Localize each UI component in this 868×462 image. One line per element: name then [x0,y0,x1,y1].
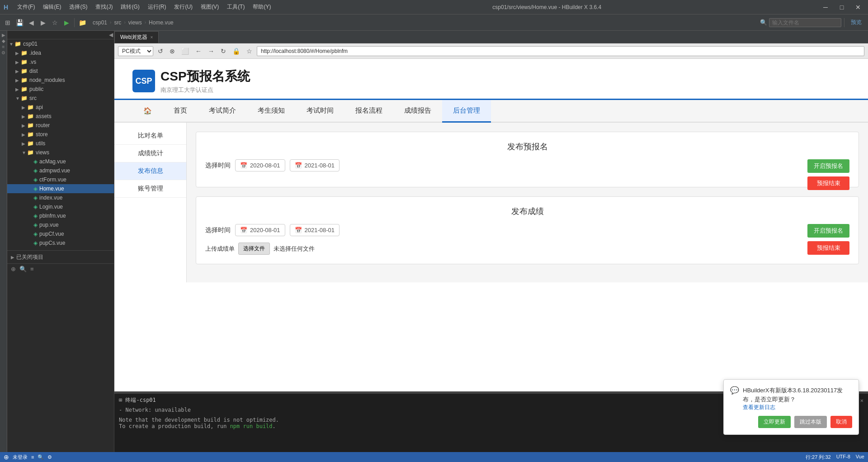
browser-rotate-btn[interactable]: ↺ [156,47,165,56]
sidebar-item-publish[interactable]: 发布信息 [114,162,186,180]
tree-acmag[interactable]: ◈ acMag.vue [7,157,114,166]
login-status[interactable]: 未登录 [13,454,28,461]
nav-home[interactable]: 首页 [163,100,198,123]
left-icon-4[interactable]: ⚙ [1,50,5,55]
closed-projects-section: ▶ 已关闭项目 [7,250,114,263]
preview-button[interactable]: 预览 [847,18,865,27]
browser-refresh-btn[interactable]: ↻ [219,47,228,56]
left-icon-2[interactable]: ◆ [2,38,5,43]
tree-admpwd[interactable]: ◈ admpwd.vue [7,166,114,175]
toolbar-folder[interactable]: 📁 [77,18,87,28]
tab-close-icon[interactable]: × [150,35,153,40]
tree-pupcs[interactable]: ◈ pupCs.vue [7,238,114,248]
tree-pupcf[interactable]: ◈ pupCf.vue [7,229,114,238]
sidebar-bottom-icon3[interactable]: ≡ [30,266,34,272]
sidebar-toggle[interactable]: ◀ [109,32,113,38]
browser-stop-btn[interactable]: ⊗ [168,47,177,56]
end-date-input-1[interactable]: 📅 2021-08-01 [290,159,340,171]
browser-frame-btn[interactable]: ⬜ [179,47,191,56]
tree-ctform[interactable]: ◈ ctForm.vue [7,175,114,184]
left-icon-3[interactable]: ≡ [2,44,5,49]
terminal-close-icon[interactable]: ✕ [860,397,863,404]
nav-exam-time[interactable]: 考试时间 [296,100,344,123]
breadcrumb-src[interactable]: src [114,19,121,26]
nav-admin[interactable]: 后台管理 [442,100,491,123]
menu-tools[interactable]: 工具(T) [223,2,248,12]
notif-changelog-link[interactable]: 查看更新日志 [743,404,775,410]
browser-forward-btn[interactable]: → [206,47,216,56]
menu-view[interactable]: 视图(V) [197,2,222,12]
nav-home-icon[interactable]: 🏠 [132,100,163,123]
minimize-button[interactable]: ─ [819,3,832,12]
close-button[interactable]: ✕ [852,3,864,12]
open-registration-button[interactable]: 开启预报名 [807,159,849,173]
menu-select[interactable]: 选择(S) [66,2,91,12]
menu-publish[interactable]: 发行(U) [170,2,196,12]
tree-node-modules[interactable]: ▶ 📁 node_modules [7,76,114,85]
toolbar-run[interactable]: ▶ [61,18,71,28]
breadcrumb-csp01[interactable]: csp01 [93,19,107,26]
tree-idea[interactable]: ▶ 📁 .idea [7,48,114,57]
sidebar-bottom-icon1[interactable]: ⊕ [11,266,16,272]
nav-registration[interactable]: 报名流程 [344,100,393,123]
close-scores-button[interactable]: 预报结束 [807,241,849,255]
tree-index[interactable]: ◈ index.vue [7,193,114,202]
tree-login[interactable]: ◈ Login.vue [7,202,114,211]
breadcrumb-file[interactable]: Home.vue [149,19,174,26]
open-scores-button[interactable]: 开启预报名 [807,224,849,238]
tree-pblnfm[interactable]: ◈ pblnfm.vue [7,211,114,220]
nav-exam-intro[interactable]: 考试简介 [198,100,247,123]
choose-file-button[interactable]: 选择文件 [238,243,270,255]
tree-home[interactable]: ◈ Home.vue [7,184,114,193]
tree-views[interactable]: ▼ 📁 views [7,148,114,157]
tree-utils[interactable]: ▶ 📁 utils [7,139,114,148]
tree-csp01[interactable]: ▼ 📁 csp01 [7,39,114,48]
breadcrumb-views[interactable]: views [128,19,142,26]
start-date-input-2[interactable]: 📅 2020-08-01 [235,224,285,236]
end-date-input-2[interactable]: 📅 2021-08-01 [290,224,340,236]
skip-version-button[interactable]: 跳过本版 [794,416,827,428]
toolbar-forward[interactable]: ▶ [38,18,48,28]
menu-run[interactable]: 运行(R) [144,2,170,12]
csp-sidebar: 比对名单 成绩统计 发布信息 账号管理 [114,123,187,282]
left-icon-1[interactable]: ▶ [2,33,5,38]
close-registration-button[interactable]: 预报结束 [807,176,849,190]
toolbar-back[interactable]: ◀ [26,18,36,28]
menu-find[interactable]: 查找(J) [92,2,116,12]
notif-chat-icon: 💬 [730,386,739,395]
nav-exam-notice[interactable]: 考生须知 [247,100,296,123]
tree-vs[interactable]: ▶ 📁 .vs [7,57,114,67]
tree-public[interactable]: ▶ 📁 public [7,85,114,94]
menu-jump[interactable]: 跳转(G) [117,2,143,12]
browser-back-btn[interactable]: ← [193,47,203,56]
toolbar-bookmark[interactable]: ☆ [50,18,60,28]
start-date-input-1[interactable]: 📅 2020-08-01 [235,159,285,171]
tree-assets[interactable]: ▶ 📁 assets [7,112,114,121]
toolbar-save[interactable]: 💾 [14,18,24,28]
browser-address-bar[interactable] [257,46,864,56]
nav-results[interactable]: 成绩报告 [393,100,442,123]
maximize-button[interactable]: □ [835,3,848,12]
tree-router[interactable]: ▶ 📁 router [7,121,114,130]
toolbar-icon-1[interactable]: ⊞ [3,18,13,28]
tree-dist[interactable]: ▶ 📁 dist [7,67,114,76]
tree-src[interactable]: ▼ 📁 src [7,94,114,103]
browser-star-btn[interactable]: ☆ [245,47,254,56]
sidebar-item-compare[interactable]: 比对名单 [114,127,186,145]
tab-browser[interactable]: Web浏览器 × [114,31,159,43]
tree-api[interactable]: ▶ 📁 api [7,103,114,112]
device-mode-select[interactable]: PC模式 手机模式 平板模式 [118,46,153,56]
sidebar-item-scores[interactable]: 成绩统计 [114,145,186,162]
tree-store[interactable]: ▶ 📁 store [7,130,114,139]
tree-pup[interactable]: ◈ pup.vue [7,220,114,229]
menu-help[interactable]: 帮助(Y) [249,2,274,12]
menu-edit[interactable]: 编辑(E) [39,2,65,12]
sidebar-item-accounts[interactable]: 账号管理 [114,180,186,198]
menu-file[interactable]: 文件(F) [14,2,38,12]
update-now-button[interactable]: 立即更新 [758,416,791,428]
browser-lock-btn[interactable]: 🔒 [231,47,242,56]
sidebar-bottom-icon2[interactable]: 🔍 [19,266,27,272]
cancel-update-button[interactable]: 取消 [830,416,852,428]
search-input[interactable] [769,18,841,27]
closed-projects-toggle[interactable]: ▶ 已关闭项目 [11,252,110,262]
